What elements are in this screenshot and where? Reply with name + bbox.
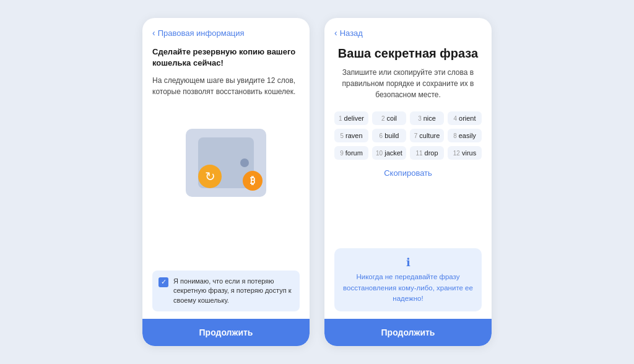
card2-nav-label: Назад <box>340 28 363 38</box>
warning-box: ℹ Никогда не передавайте фразу восстанов… <box>334 248 482 311</box>
card1-title: Сделайте резервную копию вашего кошелька… <box>152 46 300 69</box>
word-text-12: virus <box>462 149 476 157</box>
word-num-10: 10 <box>376 150 383 157</box>
phrase-word-7: 7 culture <box>410 129 444 142</box>
word-text-8: easily <box>459 132 476 139</box>
card2-description: Запишите или скопируйте эти слова в прав… <box>334 67 482 100</box>
card-secret-phrase: ‹ Назад Ваша секретная фраза Запишите ил… <box>324 18 492 346</box>
word-text-2: coil <box>387 115 397 122</box>
safe-illustration: ↻ ₿ <box>152 107 300 218</box>
word-num-11: 11 <box>415 150 422 157</box>
copy-button[interactable]: Скопировать <box>334 168 482 178</box>
safe-box: ↻ ₿ <box>186 129 266 197</box>
word-text-9: forum <box>345 149 363 157</box>
phrase-word-10: 10 jacket <box>372 146 406 160</box>
chevron-left-icon-2: ‹ <box>334 28 337 38</box>
phrase-word-6: 6 build <box>372 129 406 142</box>
warning-text: Никогда не передавайте фразу восстановле… <box>343 272 473 304</box>
phrase-word-1: 1 deliver <box>334 111 368 125</box>
word-text-6: build <box>384 132 399 139</box>
card1-description: На следующем шаге вы увидите 12 слов, ко… <box>152 75 300 97</box>
word-text-5: raven <box>345 132 363 139</box>
phrase-word-3: 3 nice <box>410 111 444 125</box>
card1-nav[interactable]: ‹ Правовая информация <box>152 28 300 38</box>
phrase-grid: 1 deliver 2 coil 3 nice 4 orient 5 rav <box>334 111 482 160</box>
word-text-3: nice <box>423 115 436 122</box>
word-num-3: 3 <box>418 115 422 122</box>
refresh-icon: ↻ <box>198 165 222 188</box>
bitcoin-icon: ₿ <box>243 171 263 191</box>
word-num-5: 5 <box>340 132 344 139</box>
phrase-word-4: 4 orient <box>448 111 482 125</box>
word-num-4: 4 <box>453 115 457 122</box>
word-num-1: 1 <box>339 115 342 122</box>
card-backup: ‹ Правовая информация Сделайте резервную… <box>142 18 310 346</box>
phrase-word-9: 9 forum <box>334 146 368 160</box>
card2-title: Ваша секретная фраза <box>334 46 482 61</box>
card1-continue-button[interactable]: Продолжить <box>142 319 310 346</box>
safe-handle <box>240 158 249 167</box>
word-text-11: drop <box>425 149 438 157</box>
word-text-4: orient <box>459 115 476 122</box>
card1-nav-label: Правовая информация <box>158 28 245 38</box>
phrase-word-5: 5 raven <box>334 129 368 142</box>
word-num-6: 6 <box>380 132 383 139</box>
warning-icon: ℹ <box>343 256 473 269</box>
card1-inner: ‹ Правовая информация Сделайте резервную… <box>142 18 310 319</box>
phrase-word-8: 8 easily <box>448 129 482 142</box>
checkbox-icon[interactable]: ✓ <box>158 277 168 287</box>
word-text-7: culture <box>419 132 440 139</box>
word-text-1: deliver <box>344 115 364 122</box>
card2-continue-button[interactable]: Продолжить <box>324 319 492 346</box>
phrase-word-11: 11 drop <box>410 146 444 160</box>
chevron-left-icon: ‹ <box>152 28 155 38</box>
phrase-word-2: 2 coil <box>372 111 406 125</box>
word-text-10: jacket <box>384 149 402 157</box>
word-num-8: 8 <box>453 132 457 139</box>
word-num-7: 7 <box>414 132 418 139</box>
page-container: ‹ Правовая информация Сделайте резервную… <box>0 0 634 364</box>
word-num-12: 12 <box>453 150 460 157</box>
checkbox-row[interactable]: ✓ Я понимаю, что если я потеряю секретну… <box>152 271 300 311</box>
checkbox-label: Я понимаю, что если я потеряю секретную … <box>173 277 293 305</box>
word-num-2: 2 <box>381 115 385 122</box>
card2-nav[interactable]: ‹ Назад <box>334 28 482 38</box>
card2-inner: ‹ Назад Ваша секретная фраза Запишите ил… <box>324 18 492 319</box>
phrase-word-12: 12 virus <box>448 146 482 160</box>
word-num-9: 9 <box>340 150 344 157</box>
